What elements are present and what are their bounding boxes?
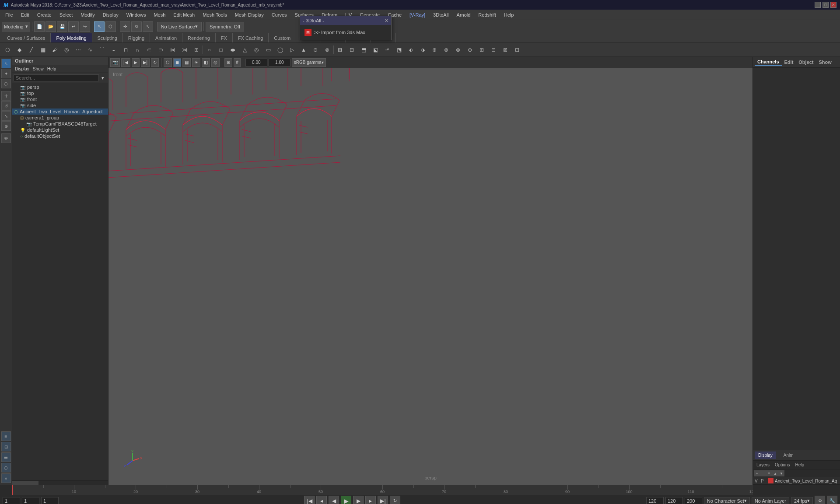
vp-camera-btn[interactable]: 📷: [110, 58, 120, 67]
outliner-scrollbar[interactable]: [12, 480, 108, 485]
render-icon[interactable]: ⬡: [1, 463, 11, 472]
menu-redshift[interactable]: Redshift: [475, 11, 499, 18]
vp-grid-btn[interactable]: #: [234, 58, 241, 67]
new-scene-button[interactable]: 📄: [34, 21, 45, 32]
menu-modify[interactable]: Modify: [77, 11, 98, 18]
pyramid-icon[interactable]: ▲: [298, 44, 309, 56]
range-end-input[interactable]: [646, 497, 664, 504]
extrude-icon[interactable]: ⬒: [358, 44, 369, 56]
disk-icon[interactable]: ◯: [274, 44, 286, 56]
vp-lighting-btn[interactable]: ☀: [192, 58, 200, 67]
no-character-set-field[interactable]: No Character Set ▾: [704, 497, 750, 504]
outliner-display-menu[interactable]: Display: [15, 66, 29, 71]
workspace-dropdown[interactable]: Modeling ▾: [2, 22, 30, 32]
select-vertex-icon[interactable]: ◆: [14, 44, 25, 56]
maximize-button[interactable]: □: [822, 2, 829, 8]
vp-shadows-btn[interactable]: ◧: [202, 58, 210, 67]
cube-icon[interactable]: □: [215, 44, 227, 56]
script-icon[interactable]: »: [1, 473, 11, 483]
plane-icon[interactable]: ▭: [262, 44, 274, 56]
edit-tab[interactable]: Edit: [782, 59, 796, 66]
menu-vray[interactable]: [V-Ray]: [406, 11, 429, 18]
tool9-icon[interactable]: ⋈: [167, 44, 178, 56]
rotate-tool-button[interactable]: ↻: [131, 21, 142, 32]
viewport-value2[interactable]: 1.00: [269, 59, 290, 66]
timeline-ruler[interactable]: 102030405060708090100110120: [12, 485, 752, 495]
helix-icon[interactable]: ⊗: [322, 44, 333, 56]
range-end2-input[interactable]: [665, 497, 683, 504]
menu-windows[interactable]: Windows: [123, 11, 150, 18]
tool5-icon[interactable]: ⊓: [120, 44, 131, 56]
paint-select-icon[interactable]: ✦: [1, 69, 11, 78]
combine-icon[interactable]: ⊞: [334, 44, 346, 56]
bevel-icon[interactable]: ⬕: [370, 44, 381, 56]
paint-icon[interactable]: ⊡: [511, 44, 523, 56]
lasso-select-button[interactable]: ⬡: [105, 21, 116, 32]
prev-frame-btn[interactable]: ◀: [329, 496, 339, 504]
tab-poly-modeling[interactable]: Poly Modeling: [51, 33, 92, 42]
vp-loop-btn[interactable]: ↻: [151, 58, 159, 67]
menu-select[interactable]: Select: [56, 11, 77, 18]
save-scene-button[interactable]: 💾: [57, 21, 67, 32]
delete-layer-btn[interactable]: -: [760, 470, 766, 476]
display-tab[interactable]: Display: [755, 452, 777, 459]
anim-prefs-btn[interactable]: ⚙: [815, 496, 825, 504]
max-frame-input[interactable]: [685, 497, 702, 504]
object-tab[interactable]: Object: [796, 59, 816, 66]
no-anim-layer-field[interactable]: No Anim Layer: [752, 497, 789, 504]
outliner-item-persp[interactable]: 📷 persp: [12, 84, 108, 90]
vp-isolate-btn[interactable]: ⊞: [224, 58, 232, 67]
cone-icon[interactable]: △: [239, 44, 250, 56]
vp-prev-frame-btn[interactable]: |◀: [121, 58, 130, 67]
fill-hole-icon[interactable]: ⬔: [393, 44, 405, 56]
menu-display[interactable]: Display: [99, 11, 122, 18]
bridge-icon[interactable]: ⬏: [382, 44, 393, 56]
tool10-icon[interactable]: ⋊: [179, 44, 190, 56]
prev-key-btn[interactable]: ◂: [316, 496, 327, 504]
paint-select-icon[interactable]: 🖌: [49, 44, 60, 56]
outliner-item-lightset[interactable]: 💡 defaultLightSet: [12, 127, 108, 133]
torus-icon[interactable]: ◎: [251, 44, 262, 56]
go-to-start-btn[interactable]: |◀: [304, 496, 315, 504]
current-frame-input[interactable]: [3, 497, 20, 504]
symmetry-button[interactable]: Symmetry: Off: [206, 22, 244, 32]
outliner-item-top[interactable]: 📷 top: [12, 90, 108, 96]
select-face-icon[interactable]: ▦: [37, 44, 49, 56]
undo-button[interactable]: ↩: [68, 21, 79, 32]
loop-btn[interactable]: ↻: [390, 496, 400, 504]
lasso-icon[interactable]: ⬡: [1, 79, 11, 88]
search-dropdown-btn[interactable]: ▾: [99, 74, 107, 81]
vp-ao-btn[interactable]: ◎: [211, 58, 220, 67]
tool11-icon[interactable]: ⊞: [191, 44, 202, 56]
menu-file[interactable]: File: [2, 11, 17, 18]
layers-sub-tab[interactable]: Layers: [755, 462, 771, 468]
vp-textured-btn[interactable]: ▦: [182, 58, 191, 67]
menu-curves[interactable]: Curves: [268, 11, 290, 18]
layer-row-aqueduct[interactable]: V P Ancient_Two_Level_Roman_Aq: [753, 477, 840, 485]
next-frame-btn[interactable]: ▶: [353, 496, 364, 504]
soft-select-icon[interactable]: ◎: [61, 44, 72, 56]
tool8-icon[interactable]: ⊃: [155, 44, 167, 56]
layer-down-btn[interactable]: ▼: [778, 470, 784, 476]
vp-wireframe-btn[interactable]: ⬡: [164, 58, 172, 67]
tab-rigging[interactable]: Rigging: [123, 33, 150, 42]
tool3-icon[interactable]: ⌒: [96, 44, 108, 56]
sphere-icon[interactable]: ○: [203, 44, 215, 56]
menu-arnold[interactable]: Arnold: [453, 11, 474, 18]
menu-3dtoall[interactable]: 3DtoAll: [430, 11, 452, 18]
layer-up-btn[interactable]: ▲: [772, 470, 778, 476]
tool1-icon[interactable]: ⋯: [73, 44, 84, 56]
outliner-show-menu[interactable]: Show: [33, 66, 44, 71]
sculpt-icon[interactable]: ⊠: [500, 44, 511, 56]
redo-button[interactable]: ↪: [80, 21, 90, 32]
outliner-item-tempcam[interactable]: 📷 TempCamFBXASCD46Target: [12, 121, 108, 127]
tool7-icon[interactable]: ⊂: [144, 44, 155, 56]
play-forward-btn[interactable]: ▶: [341, 496, 351, 504]
timeline-prefs-btn[interactable]: 🔧: [827, 496, 837, 504]
viewport-canvas[interactable]: front: [108, 68, 752, 485]
outliner-search-input[interactable]: [14, 74, 99, 81]
smooth-icon[interactable]: ⬗: [417, 44, 428, 56]
next-key-btn[interactable]: ▸: [365, 496, 376, 504]
frame-input2[interactable]: [22, 497, 39, 504]
tab-fx[interactable]: FX: [216, 33, 233, 42]
